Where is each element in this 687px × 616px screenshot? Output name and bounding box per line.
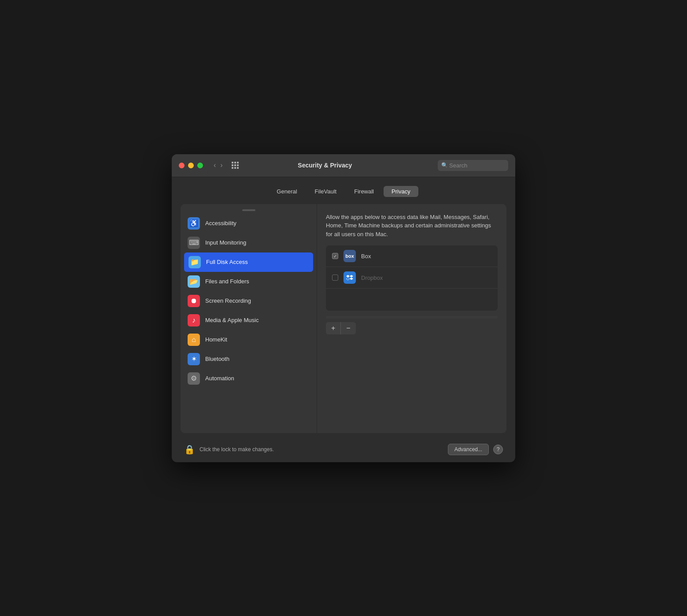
sidebar-item-accessibility[interactable]: ♿ Accessibility bbox=[181, 214, 317, 233]
traffic-lights bbox=[179, 163, 203, 168]
sidebar-item-full-disk-access[interactable]: 📁 Full Disk Access bbox=[184, 252, 313, 272]
screen-recording-icon: ⏺ bbox=[188, 295, 200, 307]
full-disk-access-icon: 📁 bbox=[188, 256, 201, 268]
sidebar-label-bluetooth: Bluetooth bbox=[205, 356, 229, 362]
remove-app-button[interactable]: − bbox=[341, 322, 355, 334]
lock-icon[interactable]: 🔒 bbox=[184, 444, 195, 455]
box-checkbox[interactable] bbox=[332, 253, 338, 259]
sidebar-label-input-monitoring: Input Monitoring bbox=[205, 239, 246, 246]
action-buttons: + − bbox=[326, 322, 356, 334]
box-app-name: Box bbox=[361, 253, 371, 260]
homekit-icon: ⌂ bbox=[188, 334, 200, 346]
sidebar-item-input-monitoring[interactable]: ⌨ Input Monitoring bbox=[181, 233, 317, 252]
scroll-indicator bbox=[181, 208, 317, 214]
tab-general[interactable]: General bbox=[269, 186, 305, 197]
dropbox-logo bbox=[344, 271, 356, 284]
sidebar-label-homekit: HomeKit bbox=[205, 336, 227, 343]
sidebar-item-files-and-folders[interactable]: 📂 Files and Folders bbox=[181, 272, 317, 291]
titlebar: ‹ › Security & Privacy 🔍 bbox=[172, 154, 515, 177]
main-window: ‹ › Security & Privacy 🔍 General FileVau… bbox=[172, 154, 515, 462]
app-item-dropbox: Dropbox bbox=[326, 267, 498, 289]
tab-filevault[interactable]: FileVault bbox=[307, 186, 345, 197]
app-item-box: box Box bbox=[326, 245, 498, 267]
media-apple-music-icon: ♪ bbox=[188, 314, 200, 327]
sidebar-item-media-apple-music[interactable]: ♪ Media & Apple Music bbox=[181, 311, 317, 330]
app-list: box Box Dropbox bbox=[326, 245, 498, 311]
sidebar-item-automation[interactable]: ⚙ Automation bbox=[181, 369, 317, 388]
close-button[interactable] bbox=[179, 163, 185, 168]
dropbox-app-name: Dropbox bbox=[361, 275, 383, 281]
tab-privacy[interactable]: Privacy bbox=[384, 186, 418, 197]
search-input[interactable] bbox=[438, 160, 508, 171]
sidebar-item-bluetooth[interactable]: ✶ Bluetooth bbox=[181, 349, 317, 369]
main-panel: Allow the apps below to access data like… bbox=[317, 204, 506, 433]
minimize-button[interactable] bbox=[188, 163, 194, 168]
tabs-container: General FileVault Firewall Privacy bbox=[172, 177, 515, 204]
dropbox-checkbox[interactable] bbox=[332, 275, 338, 281]
window-title: Security & Privacy bbox=[218, 162, 432, 169]
help-button[interactable]: ? bbox=[493, 445, 503, 454]
files-and-folders-icon: 📂 bbox=[188, 275, 200, 288]
sidebar-label-screen-recording: Screen Recording bbox=[205, 297, 251, 304]
sidebar-item-homekit[interactable]: ⌂ HomeKit bbox=[181, 330, 317, 349]
box-logo: box bbox=[344, 250, 356, 262]
back-button[interactable]: ‹ bbox=[212, 161, 218, 170]
bluetooth-icon: ✶ bbox=[188, 353, 200, 365]
sidebar-label-accessibility: Accessibility bbox=[205, 220, 236, 226]
empty-row bbox=[326, 289, 498, 311]
add-app-button[interactable]: + bbox=[326, 322, 341, 334]
sidebar-label-media-apple-music: Media & Apple Music bbox=[205, 317, 259, 323]
description-text: Allow the apps below to access data like… bbox=[326, 213, 498, 239]
sidebar: ♿ Accessibility ⌨ Input Monitoring 📁 Ful… bbox=[181, 204, 317, 433]
separator-bar bbox=[326, 316, 498, 319]
maximize-button[interactable] bbox=[197, 163, 203, 168]
automation-icon: ⚙ bbox=[188, 372, 200, 385]
sidebar-label-files-and-folders: Files and Folders bbox=[205, 278, 249, 285]
content-area: ♿ Accessibility ⌨ Input Monitoring 📁 Ful… bbox=[181, 204, 506, 433]
sidebar-item-screen-recording[interactable]: ⏺ Screen Recording bbox=[181, 291, 317, 311]
sidebar-label-automation: Automation bbox=[205, 375, 234, 382]
search-wrapper: 🔍 bbox=[438, 160, 508, 171]
lock-text: Click the lock to make changes. bbox=[199, 446, 443, 453]
advanced-button[interactable]: Advanced... bbox=[448, 444, 489, 455]
input-monitoring-icon: ⌨ bbox=[188, 237, 200, 249]
bottom-bar: 🔒 Click the lock to make changes. Advanc… bbox=[172, 437, 515, 462]
accessibility-icon: ♿ bbox=[188, 217, 200, 230]
sidebar-label-full-disk-access: Full Disk Access bbox=[206, 259, 248, 265]
tab-firewall[interactable]: Firewall bbox=[346, 186, 382, 197]
